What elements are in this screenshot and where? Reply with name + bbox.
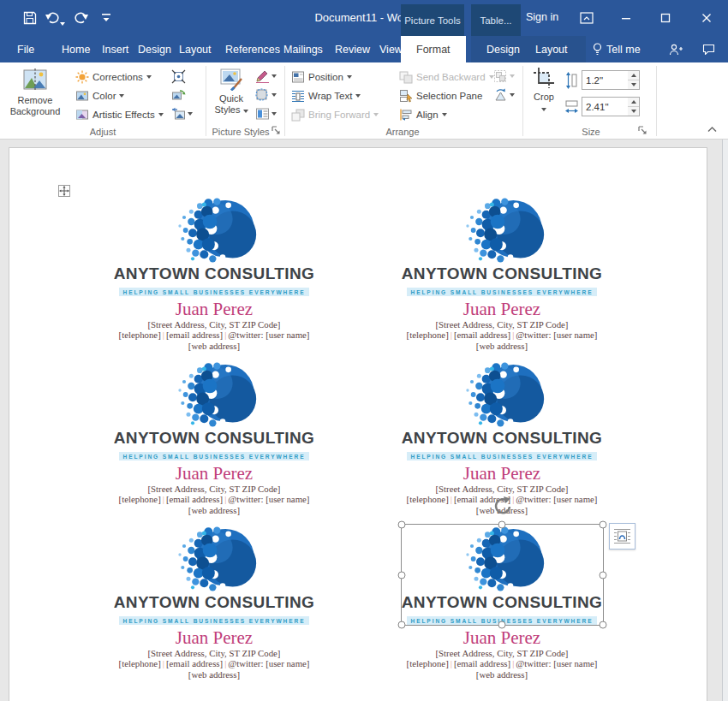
card-person-name[interactable]: Juan Perez [70, 627, 358, 648]
business-card-picture[interactable]: ANYTOWN CONSULTING HELPING SMALL BUSINES… [114, 525, 315, 625]
rotate-handle-icon[interactable] [492, 496, 512, 516]
selection-handle-middle-right[interactable] [599, 571, 606, 579]
business-card-cell-selected[interactable]: ANYTOWN CONSULTING HELPING SMALL BUSINES… [358, 525, 646, 689]
spinner-up-icon[interactable] [628, 71, 639, 80]
tab-table-layout[interactable]: Layout [534, 36, 570, 62]
align-button[interactable]: Align [399, 105, 447, 124]
rotate-objects-button[interactable] [493, 86, 515, 104]
remove-background-button[interactable]: Remove Background [7, 65, 63, 135]
layout-options-button[interactable] [609, 523, 636, 550]
table-move-handle[interactable] [58, 185, 70, 197]
dot-globe-logo [170, 525, 259, 593]
quick-styles-button[interactable]: Quick Styles [211, 65, 252, 135]
selection-handle-top-left[interactable] [397, 521, 405, 529]
send-backward-button[interactable]: Send Backward [399, 68, 494, 86]
selection-handle-bottom-center[interactable] [498, 621, 506, 629]
card-address-line1[interactable]: [Street Address, City, ST ZIP Code] [358, 319, 646, 330]
tab-references[interactable]: References [224, 36, 282, 62]
tab-design[interactable]: Design [136, 36, 173, 62]
save-icon[interactable] [22, 10, 38, 26]
business-card-picture[interactable]: ANYTOWN CONSULTING HELPING SMALL BUSINES… [114, 360, 315, 460]
bring-forward-button[interactable]: Bring Forward [291, 105, 379, 124]
compress-pictures-button[interactable] [171, 68, 186, 85]
shape-height-input[interactable] [582, 70, 629, 90]
share-button[interactable] [661, 36, 690, 62]
selection-handle-bottom-right[interactable] [599, 621, 606, 629]
picture-effects-button[interactable] [255, 86, 277, 104]
business-card-picture[interactable]: ANYTOWN CONSULTING HELPING SMALL BUSINES… [114, 196, 315, 296]
change-picture-button[interactable] [171, 86, 186, 104]
card-person-name[interactable]: Juan Perez [70, 299, 358, 319]
maximize-button[interactable] [646, 0, 685, 36]
group-objects-button[interactable] [493, 68, 515, 85]
picture-layout-button[interactable] [255, 105, 277, 122]
card-address-line1[interactable]: [Street Address, City, ST ZIP Code] [70, 648, 358, 658]
collapse-ribbon-button[interactable] [706, 124, 719, 135]
card-address-line1[interactable]: [Street Address, City, ST ZIP Code] [358, 648, 646, 658]
selection-handle-top-center[interactable] [498, 521, 506, 529]
selection-pane-button[interactable]: Selection Pane [399, 86, 482, 105]
card-address-line3[interactable]: [web address] [70, 505, 358, 515]
selection-handle-middle-left[interactable] [397, 571, 405, 579]
close-button[interactable] [685, 0, 728, 36]
card-address-line2[interactable]: [telephone]|[email address]|@twitter: [u… [70, 330, 358, 340]
sign-in-button[interactable]: Sign in [526, 11, 558, 23]
business-card-picture[interactable]: ANYTOWN CONSULTING HELPING SMALL BUSINES… [402, 360, 603, 460]
shape-width-input[interactable] [582, 97, 629, 116]
card-address-line1[interactable]: [Street Address, City, ST ZIP Code] [70, 319, 358, 330]
card-person-name[interactable]: Juan Perez [358, 627, 646, 648]
business-card-cell[interactable]: ANYTOWN CONSULTING HELPING SMALL BUSINES… [70, 525, 358, 689]
card-address-line1[interactable]: [Street Address, City, ST ZIP Code] [358, 484, 646, 494]
selection-handle-bottom-left[interactable] [397, 621, 405, 629]
comments-button[interactable] [694, 36, 723, 62]
picture-border-button[interactable] [255, 68, 277, 85]
card-address-line1[interactable]: [Street Address, City, ST ZIP Code] [70, 484, 358, 494]
ribbon-display-options-button[interactable] [569, 0, 605, 36]
business-card-cell[interactable]: ANYTOWN CONSULTING HELPING SMALL BUSINES… [70, 196, 358, 360]
card-address-line2[interactable]: [telephone]|[email address]|@twitter: [u… [358, 658, 646, 668]
card-address-line3[interactable]: [web address] [358, 341, 646, 351]
size-dialog-launcher[interactable] [637, 125, 648, 136]
position-button[interactable]: Position [291, 68, 352, 86]
customize-quick-access-icon[interactable] [101, 13, 111, 23]
crop-button[interactable]: Crop [526, 65, 562, 135]
corrections-button[interactable]: Corrections [75, 68, 152, 86]
card-address-line3[interactable]: [web address] [358, 669, 646, 680]
card-address-line3[interactable]: [web address] [70, 669, 358, 680]
tab-review[interactable]: Review [333, 36, 372, 62]
business-card-picture-selected[interactable]: ANYTOWN CONSULTING HELPING SMALL BUSINES… [402, 525, 603, 625]
picture-styles-dialog-launcher[interactable] [271, 125, 282, 136]
selection-handle-top-right[interactable] [599, 521, 606, 529]
document-page[interactable]: ANYTOWN CONSULTING HELPING SMALL BUSINES… [9, 147, 707, 701]
tab-format-active[interactable]: Format [401, 36, 466, 62]
card-person-name[interactable]: Juan Perez [358, 463, 646, 484]
size-group-label: Size [548, 127, 634, 137]
card-person-name[interactable]: Juan Perez [358, 299, 646, 319]
tell-me-box[interactable]: Tell me [593, 36, 641, 62]
tab-table-design[interactable]: Design [485, 36, 522, 62]
card-address-line2[interactable]: [telephone]|[email address]|@twitter: [u… [70, 494, 358, 504]
card-address-line2[interactable]: [telephone]|[email address]|@twitter: [u… [70, 658, 358, 668]
tab-mailings[interactable]: Mailings [282, 36, 325, 62]
reset-picture-button[interactable] [171, 105, 193, 122]
card-person-name[interactable]: Juan Perez [70, 463, 358, 484]
business-card-picture[interactable]: ANYTOWN CONSULTING HELPING SMALL BUSINES… [402, 196, 603, 296]
tab-insert[interactable]: Insert [100, 36, 130, 62]
vertical-scrollbar[interactable] [722, 140, 728, 701]
spinner-down-icon[interactable] [628, 80, 639, 89]
undo-icon[interactable] [45, 10, 65, 26]
card-address-line3[interactable]: [web address] [70, 341, 358, 351]
tab-file[interactable]: File [15, 36, 36, 62]
redo-icon[interactable] [74, 10, 89, 26]
business-card-cell[interactable]: ANYTOWN CONSULTING HELPING SMALL BUSINES… [358, 196, 646, 360]
artistic-effects-button[interactable]: Artistic Effects [75, 105, 164, 124]
spinner-down-icon[interactable] [628, 106, 639, 116]
minimize-button[interactable] [606, 0, 646, 36]
spinner-up-icon[interactable] [628, 98, 639, 106]
tab-home[interactable]: Home [60, 36, 92, 62]
wrap-text-button[interactable]: Wrap Text [291, 86, 361, 105]
tab-layout[interactable]: Layout [177, 36, 213, 62]
color-button[interactable]: Color [75, 86, 124, 105]
card-address-line2[interactable]: [telephone]|[email address]|@twitter: [u… [358, 330, 646, 340]
business-card-cell[interactable]: ANYTOWN CONSULTING HELPING SMALL BUSINES… [70, 360, 358, 525]
